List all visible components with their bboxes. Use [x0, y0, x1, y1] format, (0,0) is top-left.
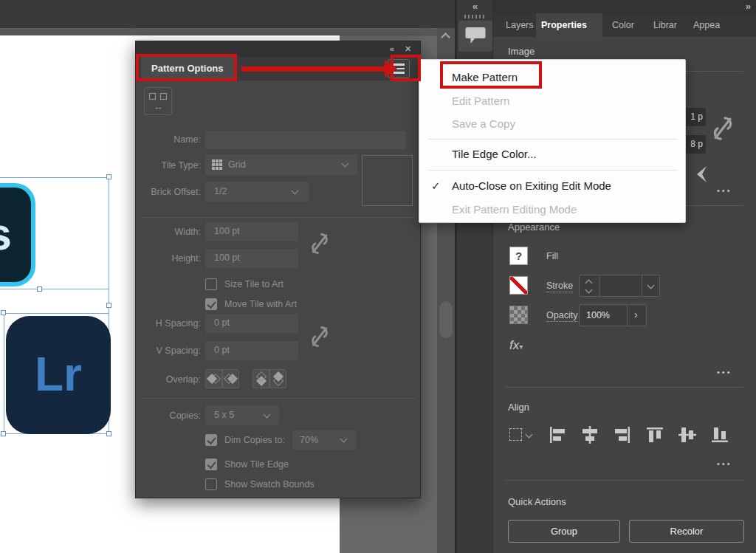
h-spacing-label: H Spacing: — [137, 318, 201, 329]
overlap-bottom-in-front-button[interactable] — [269, 369, 286, 388]
move-tile-with-art-checkbox[interactable] — [205, 298, 217, 310]
fill-label: Fill — [546, 251, 558, 261]
comments-panel-button[interactable] — [458, 21, 492, 52]
tab-appearance[interactable]: Appea — [688, 13, 726, 37]
section-divider — [506, 387, 743, 388]
annotation-box-make-pattern — [440, 61, 542, 89]
chevron-down-icon — [264, 411, 271, 419]
close-icon[interactable]: × — [405, 42, 411, 55]
menu-separator — [428, 170, 678, 171]
unlink-proportions-icon[interactable] — [710, 112, 735, 145]
menu-item-label: Auto-Close on Exiting Edit Mode — [452, 179, 611, 192]
brick-offset-dropdown[interactable]: 1/2 — [205, 182, 309, 202]
illustrator-workspace: Ps Lr ‹‹ ›› Layers Properties Color Libr… — [0, 0, 756, 553]
width-input[interactable]: 100 pt — [205, 222, 298, 241]
h-spacing-input[interactable]: 0 pt — [205, 314, 298, 333]
canvas-top-strip — [0, 28, 437, 35]
tab-layers[interactable]: Layers — [501, 13, 535, 37]
fill-swatch[interactable]: ? — [509, 247, 528, 265]
show-tile-edge-checkbox[interactable] — [205, 458, 217, 470]
menu-separator — [428, 139, 678, 140]
photoshop-logo-art[interactable]: Ps — [0, 183, 35, 286]
opacity-value: 100% — [586, 305, 610, 326]
v-spacing-label: V Spacing: — [137, 346, 201, 356]
chevron-down-icon — [292, 188, 299, 195]
pattern-tile-tool-button[interactable]: ↔ — [144, 87, 172, 115]
copies-dropdown[interactable]: 5 x 5 — [205, 405, 279, 425]
unlink-dimensions-icon[interactable] — [309, 229, 331, 258]
selection-handle[interactable] — [106, 431, 111, 436]
group-button[interactable]: Group — [508, 520, 620, 543]
size-tile-to-art-label: Size Tile to Art — [224, 279, 284, 289]
align-bottom-button[interactable] — [710, 425, 729, 444]
chevron-down-icon — [342, 160, 349, 168]
annotation-box-pattern-options — [136, 54, 237, 81]
selection-handle[interactable] — [106, 174, 111, 179]
lightroom-logo-art[interactable]: Lr — [6, 316, 111, 434]
align-top-button[interactable] — [645, 425, 664, 444]
chevron-down-icon[interactable] — [647, 282, 655, 289]
scrollbar-thumb[interactable] — [439, 301, 453, 338]
opacity-swatch[interactable] — [509, 306, 528, 324]
stepper-down-icon[interactable] — [585, 286, 593, 294]
tab-libraries[interactable]: Librar — [648, 13, 687, 37]
panel-tabs: Layers Properties Color Librar Appea — [493, 13, 756, 37]
collapse-panels-icon[interactable]: ‹‹ — [472, 1, 493, 12]
tile-type-dropdown[interactable]: Grid — [205, 154, 357, 175]
image-more-options-icon[interactable]: ••• — [717, 186, 732, 195]
annotation-box-menu-button — [391, 55, 421, 81]
unlink-spacing-icon[interactable] — [309, 322, 331, 351]
transform-h-field[interactable]: 8 p — [684, 135, 706, 154]
toolbar-area — [0, 0, 456, 28]
size-tile-to-art-checkbox[interactable] — [205, 278, 217, 290]
width-label: Width: — [137, 227, 201, 237]
align-to-selector[interactable] — [509, 428, 535, 443]
recolor-button[interactable]: Recolor — [629, 520, 744, 543]
menu-item-auto-close[interactable]: ✓ Auto-Close on Exiting Edit Mode — [419, 174, 685, 197]
selection-handle[interactable] — [106, 303, 111, 308]
align-right-button[interactable] — [613, 425, 632, 444]
menu-item-tile-edge-color[interactable]: Tile Edge Color... — [419, 142, 685, 165]
tab-color[interactable]: Color — [607, 13, 645, 37]
overlap-top-in-front-button[interactable] — [252, 369, 269, 388]
stroke-swatch-none[interactable] — [509, 276, 528, 295]
tile-type-label: Tile Type: — [137, 160, 201, 171]
align-vertical-center-button[interactable] — [678, 425, 697, 444]
stroke-width-control[interactable] — [579, 275, 660, 297]
overlap-left-in-front-button[interactable] — [205, 369, 222, 388]
menu-item-exit-pattern-editing[interactable]: Exit Pattern Editing Mode — [419, 198, 685, 221]
dim-copies-dropdown[interactable]: 70% — [292, 430, 356, 450]
v-spacing-input[interactable]: 0 pt — [205, 341, 298, 360]
align-more-options-icon[interactable]: ••• — [717, 459, 732, 468]
dim-copies-checkbox[interactable] — [205, 434, 217, 446]
panel-grip-dots[interactable] — [464, 15, 487, 18]
menu-item-save-a-copy[interactable]: Save a Copy — [419, 112, 685, 135]
tab-properties[interactable]: Properties — [536, 13, 602, 37]
brick-offset-value: 1/2 — [214, 182, 227, 202]
height-label: Height: — [137, 253, 201, 264]
selection-handle[interactable] — [37, 286, 42, 292]
selection-handle[interactable] — [1, 310, 6, 315]
show-swatch-bounds-checkbox[interactable] — [205, 478, 217, 490]
stroke-label[interactable]: Stroke — [546, 281, 573, 292]
overlap-label: Overlap: — [137, 374, 201, 385]
align-horizontal-center-button[interactable] — [580, 425, 599, 444]
overlap-right-in-front-button[interactable] — [222, 369, 239, 388]
tile-icon — [160, 93, 167, 100]
divider — [142, 398, 415, 399]
selection-handle[interactable] — [1, 431, 6, 436]
chevron-right-icon[interactable]: › — [634, 305, 638, 324]
opacity-label[interactable]: Opacity — [546, 310, 577, 322]
transform-w-field[interactable]: 1 p — [684, 108, 706, 126]
opacity-control[interactable]: 100% › — [579, 304, 647, 326]
name-input[interactable] — [205, 131, 406, 149]
fx-effects-button[interactable]: fx▾ — [509, 338, 523, 353]
expand-panels-icon[interactable]: ›› — [746, 1, 750, 12]
align-left-button[interactable] — [548, 425, 567, 444]
collapse-panel-icon[interactable]: ‹‹ — [390, 44, 394, 53]
image-section-title: Image — [508, 46, 535, 57]
menu-item-edit-pattern[interactable]: Edit Pattern — [419, 89, 685, 112]
appearance-more-options-icon[interactable]: ••• — [717, 368, 732, 377]
height-input[interactable]: 100 pt — [205, 249, 298, 268]
name-label: Name: — [137, 134, 201, 145]
